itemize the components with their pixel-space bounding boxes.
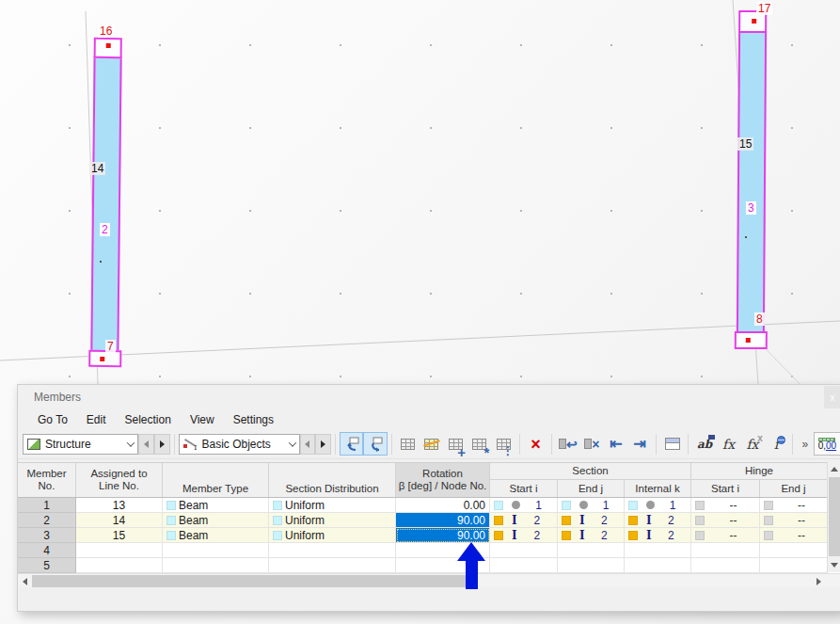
table-view-button[interactable] [660,432,684,456]
combo1-next-button[interactable] [154,434,170,455]
line-no-cell[interactable] [76,558,163,573]
section-start-cell[interactable] [490,558,558,573]
line-no-cell[interactable] [76,543,163,558]
section-distribution-cell[interactable]: Uniform [269,498,396,513]
combo2-next-button[interactable] [315,434,331,455]
col-header-member-no[interactable]: MemberNo. [18,463,76,497]
scroll-down-icon[interactable] [828,558,840,572]
scroll-right-icon[interactable] [812,574,826,588]
col-header-hinge-end-j[interactable]: End j [760,480,828,497]
member-3-shape[interactable] [737,10,768,349]
group-header-hinge[interactable]: Hinge [691,463,828,480]
row-number-cell[interactable]: 2 [18,513,76,528]
col-header-internal-k[interactable]: Internal k [625,480,691,497]
hinge-end-cell[interactable]: -- [760,513,828,528]
hinge-end-cell[interactable] [760,558,828,573]
select-in-table-toggle[interactable] [340,432,363,456]
member-type-cell[interactable]: Beam [163,528,269,543]
section-distribution-cell[interactable]: Uniform [269,513,396,528]
section-distribution-cell[interactable] [269,543,396,558]
col-header-assigned-line[interactable]: Assigned toLine No. [76,463,163,497]
section-distribution-cell[interactable] [269,558,396,573]
scroll-up-icon[interactable] [828,462,840,476]
rotation-cell[interactable]: 0.00 [396,498,490,513]
section-internal-cell[interactable]: 1 [625,498,691,513]
table-settings-button[interactable] [396,432,420,456]
line-no-cell[interactable]: 15 [76,528,163,543]
line-no-cell[interactable]: 13 [76,498,163,513]
section-end-cell[interactable]: I2 [558,513,625,528]
col-header-start-i[interactable]: Start i [490,480,558,497]
hinge-end-cell[interactable] [760,543,828,558]
group-header-section[interactable]: Section [490,463,691,480]
paste-rows-button[interactable]: ↩ [556,432,579,456]
member-2-shape[interactable] [90,38,122,367]
select-in-model-toggle[interactable] [363,432,387,456]
section-internal-cell[interactable] [625,558,691,573]
section-internal-cell[interactable]: I2 [625,528,691,543]
member-3-bottom-end[interactable] [735,331,768,349]
section-start-cell[interactable] [490,543,558,558]
section-distribution-cell[interactable]: Uniform [269,528,396,543]
edit-table-button[interactable] [420,432,443,456]
horizontal-scroll-thumb[interactable] [32,575,471,587]
formula-button[interactable]: fx [717,432,740,456]
section-start-cell[interactable]: I2 [490,513,558,528]
regenerate-table-button[interactable]: * [468,432,491,456]
menu-edit[interactable]: Edit [77,411,116,428]
hinge-end-cell[interactable]: -- [760,528,828,543]
col-header-end-j[interactable]: End j [558,480,625,497]
rotation-cell-selected[interactable]: 90.00 [396,513,490,528]
structure-combo[interactable]: Structure [23,434,138,455]
line-no-cell[interactable]: 14 [76,513,163,528]
rotation-cell-focused[interactable]: 90.00 [396,528,490,543]
node-17-dot[interactable] [752,19,756,24]
combo2-prev-button[interactable] [300,434,316,455]
menu-settings[interactable]: Settings [224,411,283,428]
col-header-member-type[interactable]: Member Type [163,463,269,497]
section-end-cell[interactable]: 1 [558,498,625,513]
global-parameters-button[interactable]: f [765,432,788,456]
vertical-scroll-thumb[interactable] [829,477,840,556]
col-header-section-distribution[interactable]: Section Distribution [269,463,396,497]
hinge-start-cell[interactable] [691,558,760,573]
delete-table-button[interactable]: × [524,432,547,456]
member-3-body[interactable] [737,31,767,333]
member-type-cell[interactable] [163,543,269,558]
section-end-cell[interactable]: I2 [558,528,625,543]
row-number-cell[interactable]: 3 [18,528,76,543]
delete-rows-button[interactable]: × [580,432,604,456]
delete-formula-button[interactable]: fxx [740,432,764,456]
basic-objects-combo[interactable]: I Basic Objects [179,434,300,455]
member-type-cell[interactable] [163,558,269,573]
section-end-cell[interactable] [558,558,625,573]
insert-row-button[interactable]: ⇤ [604,432,627,456]
member-type-cell[interactable]: Beam [163,513,269,528]
hinge-start-cell[interactable] [691,543,760,558]
hinge-start-cell[interactable]: -- [691,498,760,513]
renumber-table-button[interactable]: ⋮ [491,432,515,456]
hinge-start-cell[interactable]: -- [691,513,760,528]
vertical-scrollbar[interactable] [827,462,840,572]
close-icon[interactable]: x [824,386,840,408]
hinge-start-cell[interactable]: -- [691,528,760,543]
col-header-rotation[interactable]: Rotationβ [deg] / Node No. [396,463,490,497]
rename-button[interactable]: ab [692,432,716,456]
menu-view[interactable]: View [181,411,224,428]
decimal-places-button[interactable]: 0,00 [814,432,840,456]
section-end-cell[interactable] [558,543,625,558]
section-start-cell[interactable]: I2 [490,528,558,543]
node-7-dot[interactable] [100,357,104,361]
horizontal-scrollbar[interactable] [18,573,840,587]
section-internal-cell[interactable]: I2 [625,513,691,528]
section-start-cell[interactable]: 1 [490,498,558,513]
scroll-left-icon[interactable] [18,574,32,588]
row-number-cell[interactable]: 4 [18,543,76,558]
panel-titlebar[interactable]: Members x [18,385,840,409]
hinge-end-cell[interactable]: -- [760,498,828,513]
append-row-button[interactable]: ⇥ [628,432,652,456]
menu-selection[interactable]: Selection [116,411,181,428]
toolbar-overflow-button[interactable]: » [797,432,814,456]
section-internal-cell[interactable] [625,543,691,558]
row-number-cell[interactable]: 5 [18,558,76,573]
